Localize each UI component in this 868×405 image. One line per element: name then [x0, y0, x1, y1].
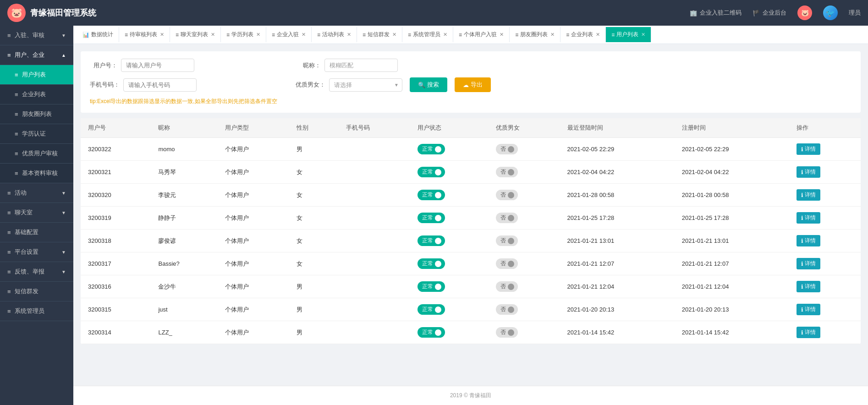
- tab-close-sms[interactable]: ✕: [392, 32, 396, 38]
- cell-quality[interactable]: 否: [489, 230, 560, 252]
- status-toggle[interactable]: 正常: [418, 258, 445, 269]
- detail-button[interactable]: ℹ 详情: [797, 166, 820, 178]
- sidebar-item-education[interactable]: ≡ 学历认证: [0, 124, 73, 144]
- detail-button[interactable]: ℹ 详情: [797, 212, 820, 224]
- cell-status[interactable]: 正常: [410, 161, 489, 184]
- tab-close-el[interactable]: ✕: [596, 32, 600, 38]
- cell-last-login: 2021-01-21 12:04: [560, 275, 675, 298]
- tab-data-stats[interactable]: 📊 数据统计: [77, 27, 119, 42]
- quality-toggle[interactable]: 否: [496, 258, 518, 269]
- cell-status[interactable]: 正常: [410, 184, 489, 207]
- cell-quality[interactable]: 否: [489, 184, 560, 207]
- status-toggle[interactable]: 正常: [418, 281, 445, 292]
- sidebar-item-platform-settings[interactable]: ≡ 平台设置 ▼: [0, 242, 73, 262]
- detail-button[interactable]: ℹ 详情: [797, 281, 820, 292]
- quality-toggle[interactable]: 否: [496, 235, 518, 246]
- cell-type: 个体用户: [218, 298, 289, 321]
- sidebar-item-activity[interactable]: ≡ 活动 ▼: [0, 183, 73, 203]
- tab-close-fc[interactable]: ✕: [550, 32, 555, 38]
- tab-icon: ≡: [408, 32, 411, 38]
- avatar[interactable]: 🐷: [797, 5, 812, 20]
- tab-icon: ≡: [566, 32, 569, 38]
- tab-enterprise-join[interactable]: ≡ 企业入驻 ✕: [266, 27, 312, 42]
- tab-close-edu[interactable]: ✕: [256, 32, 260, 38]
- sidebar-item-feedback[interactable]: ≡ 反馈、举报 ▼: [0, 262, 73, 282]
- sidebar-item-sys-admin[interactable]: ≡ 系统管理员: [0, 301, 73, 321]
- cell-quality[interactable]: 否: [489, 252, 560, 275]
- detail-button[interactable]: ℹ 详情: [797, 304, 820, 315]
- sidebar-item-checkin[interactable]: ≡ 入驻、审核 ▼: [0, 26, 73, 45]
- tab-close-uj[interactable]: ✕: [500, 32, 504, 38]
- sidebar-item-basic-config[interactable]: ≡ 基础配置: [0, 223, 73, 242]
- status-toggle[interactable]: 正常: [418, 304, 445, 315]
- sidebar-item-sms[interactable]: ≡ 短信群发: [0, 282, 73, 301]
- cell-quality[interactable]: 否: [489, 275, 560, 298]
- sidebar-item-chat[interactable]: ≡ 聊天室 ▼: [0, 203, 73, 223]
- cell-quality[interactable]: 否: [489, 207, 560, 230]
- tab-icon: 📊: [82, 32, 89, 38]
- tab-friend-circle[interactable]: ≡ 朋友圈列表 ✕: [510, 27, 560, 42]
- detail-button[interactable]: ℹ 详情: [797, 258, 820, 269]
- toggle-dot: [435, 329, 441, 336]
- quality-toggle[interactable]: 否: [496, 327, 518, 338]
- quality-toggle[interactable]: 否: [496, 190, 518, 200]
- status-toggle[interactable]: 正常: [418, 167, 445, 177]
- tab-close-chat[interactable]: ✕: [211, 32, 215, 38]
- cell-status[interactable]: 正常: [410, 138, 489, 161]
- cell-status[interactable]: 正常: [410, 298, 489, 321]
- sidebar-item-friend-circle[interactable]: ≡ 朋友圈列表: [0, 104, 73, 124]
- backend-btn[interactable]: 🏴 企业后台: [753, 9, 786, 17]
- sidebar-item-user-enterprise[interactable]: ≡ 用户、企业 ▲: [0, 45, 73, 65]
- user-id-input[interactable]: [121, 59, 194, 72]
- sidebar-item-basic-review[interactable]: ≡ 基本资料审核: [0, 164, 73, 183]
- phone-input[interactable]: [123, 78, 197, 92]
- status-toggle[interactable]: 正常: [418, 144, 445, 154]
- quality-select[interactable]: 请选择 是 否: [329, 78, 402, 92]
- quality-toggle[interactable]: 否: [496, 167, 518, 177]
- tab-sys-admin[interactable]: ≡ 系统管理员 ✕: [402, 27, 453, 42]
- tab-close-sysadmin[interactable]: ✕: [443, 32, 447, 38]
- cell-status[interactable]: 正常: [410, 275, 489, 298]
- nickname-input[interactable]: [324, 59, 398, 72]
- qrcode-btn[interactable]: 🏢 企业入驻二维码: [690, 9, 742, 17]
- cell-status[interactable]: 正常: [410, 321, 489, 344]
- tab-close-ej[interactable]: ✕: [302, 32, 306, 38]
- tab-close-ul[interactable]: ✕: [641, 32, 645, 38]
- export-button[interactable]: ☁ 导出: [455, 77, 491, 92]
- tab-user-list[interactable]: ≡ 用户列表 ✕: [606, 27, 651, 42]
- quality-toggle[interactable]: 否: [496, 213, 518, 223]
- detail-button[interactable]: ℹ 详情: [797, 143, 820, 155]
- status-toggle[interactable]: 正常: [418, 235, 445, 246]
- cell-quality[interactable]: 否: [489, 321, 560, 344]
- tab-close-pending[interactable]: ✕: [160, 32, 164, 38]
- status-toggle[interactable]: 正常: [418, 327, 445, 338]
- tab-activity[interactable]: ≡ 活动列表 ✕: [312, 27, 357, 42]
- cell-quality[interactable]: 否: [489, 161, 560, 184]
- tab-close-activity[interactable]: ✕: [347, 32, 351, 38]
- sidebar-item-enterprise-list[interactable]: ≡ 企业列表: [0, 85, 73, 104]
- cell-status[interactable]: 正常: [410, 230, 489, 252]
- tab-chat-room[interactable]: ≡ 聊天室列表 ✕: [170, 27, 221, 42]
- cell-quality[interactable]: 否: [489, 138, 560, 161]
- status-toggle[interactable]: 正常: [418, 190, 445, 200]
- sidebar-item-user-list[interactable]: ≡ 用户列表: [0, 65, 73, 85]
- cell-status[interactable]: 正常: [410, 207, 489, 230]
- sidebar-item-quality-user[interactable]: ≡ 优质用户审核: [0, 144, 73, 164]
- quality-toggle[interactable]: 否: [496, 304, 518, 315]
- tab-education[interactable]: ≡ 学历列表 ✕: [221, 27, 266, 42]
- search-button[interactable]: 🔍 搜索: [410, 77, 447, 92]
- cell-action: ℹ 详情: [789, 138, 861, 161]
- tab-pending-review[interactable]: ≡ 待审核列表 ✕: [119, 27, 170, 42]
- status-toggle[interactable]: 正常: [418, 213, 445, 223]
- tab-enterprise-list[interactable]: ≡ 企业列表 ✕: [560, 27, 606, 42]
- cell-status[interactable]: 正常: [410, 252, 489, 275]
- detail-button[interactable]: ℹ 详情: [797, 189, 820, 201]
- quality-toggle[interactable]: 否: [496, 281, 518, 292]
- cell-quality[interactable]: 否: [489, 298, 560, 321]
- tab-user-join[interactable]: ≡ 个体用户入驻 ✕: [453, 27, 510, 42]
- table-row: 3200318 廖俊谚 个体用户 女 正常 否 2021-01-21 13:01…: [81, 230, 861, 252]
- detail-button[interactable]: ℹ 详情: [797, 235, 820, 246]
- quality-toggle[interactable]: 否: [496, 144, 518, 154]
- detail-button[interactable]: ℹ 详情: [797, 327, 820, 338]
- tab-sms[interactable]: ≡ 短信群发 ✕: [357, 27, 402, 42]
